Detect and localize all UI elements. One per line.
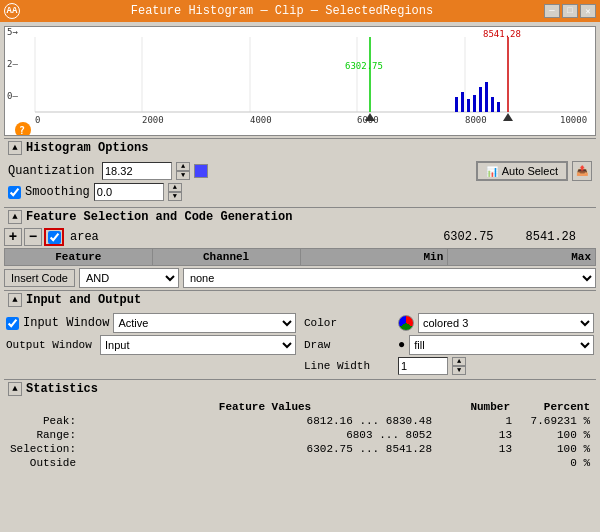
feature-selection-title: Feature Selection and Code Generation [26,210,292,224]
color-circle-icon [398,315,414,331]
color-label: Color [304,317,394,329]
auto-select-icon: 📊 [486,166,498,177]
output-window-select[interactable]: Input Output [100,335,296,355]
smoothing-label: Smoothing [25,185,90,199]
histogram-options-header: ▲ Histogram Options [4,138,596,157]
svg-text:6302.75: 6302.75 [345,61,383,71]
code-target-select[interactable]: none [183,268,596,288]
svg-rect-28 [497,102,500,112]
histogram-options-title: Histogram Options [26,141,148,155]
input-window-label: Input Window [23,316,109,330]
stats-row-range: Range: 6803 ... 8052 13 100 % [6,428,594,442]
statistics-toggle[interactable]: ▲ [8,382,22,396]
statistics-header: ▲ Statistics [4,379,596,398]
window-title: Feature Histogram — Clip — SelectedRegio… [20,4,544,18]
feature-row-checkbox[interactable] [48,231,61,244]
smoothing-checkbox-label[interactable]: Smoothing [8,185,90,199]
export-icon[interactable]: 📤 [572,161,592,181]
line-width-down[interactable]: ▼ [452,366,466,375]
line-width-up[interactable]: ▲ [452,357,466,366]
quantization-input[interactable] [102,162,172,180]
title-bar: AA Feature Histogram — Clip — SelectedRe… [0,0,600,22]
svg-rect-21 [455,97,458,112]
svg-text:0—: 0— [7,91,18,101]
insert-code-button[interactable]: Insert Code [4,269,75,287]
input-output-toggle[interactable]: ▲ [8,293,22,307]
svg-text:2000: 2000 [142,115,164,125]
statistics-title: Statistics [26,382,98,396]
quantization-label: Quantization [8,164,98,178]
input-window-checkbox-label[interactable]: Input Window [6,316,109,330]
line-width-label: Line Width [304,360,394,372]
input-window-checkbox[interactable] [6,317,19,330]
output-window-label: Output Window [6,339,96,351]
svg-marker-20 [503,113,513,121]
feature-min-cell: 6302.75 [443,230,493,244]
svg-text:0: 0 [35,115,40,125]
quantization-up[interactable]: ▲ [176,162,190,171]
svg-text:4000: 4000 [250,115,272,125]
smoothing-down[interactable]: ▼ [168,192,182,201]
svg-text:?: ? [19,125,25,135]
svg-rect-25 [479,87,482,112]
line-width-input[interactable] [398,357,448,375]
quantization-down[interactable]: ▼ [176,171,190,180]
svg-rect-26 [485,82,488,112]
stats-row-peak: Peak: 6812.16 ... 6830.48 1 7.69231 % [6,414,594,428]
quantization-color [194,164,208,178]
fill-icon: ● [398,338,405,352]
smoothing-input[interactable] [94,183,164,201]
svg-rect-23 [467,99,470,112]
feature-selection-header: ▲ Feature Selection and Code Generation [4,207,596,226]
svg-text:8541.28: 8541.28 [483,29,521,39]
app-logo: AA [4,3,20,19]
svg-text:10000: 10000 [560,115,587,125]
close-button[interactable]: ✕ [580,4,596,18]
maximize-button[interactable]: □ [562,4,578,18]
auto-select-button[interactable]: 📊 Auto Select [476,161,568,181]
color-select[interactable]: colored 3 colored 1 colored 2 [418,313,594,333]
minimize-button[interactable]: — [544,4,560,18]
feature-selection-toggle[interactable]: ▲ [8,210,22,224]
draw-select[interactable]: fill outline [409,335,594,355]
input-output-header: ▲ Input and Output [4,290,596,309]
input-window-select[interactable]: Active Input [113,313,296,333]
remove-feature-button[interactable]: − [24,228,42,246]
svg-rect-27 [491,97,494,112]
stats-row-selection: Selection: 6302.75 ... 8541.28 13 100 % [6,442,594,456]
draw-label: Draw [304,339,394,351]
feature-max-cell: 8541.28 [526,230,576,244]
feature-name-cell: area [70,230,99,244]
code-operator-select[interactable]: AND OR NOT [79,268,179,288]
svg-text:5→: 5→ [7,27,18,37]
svg-rect-22 [461,92,464,112]
svg-text:8000: 8000 [465,115,487,125]
row-indicator-icon [44,228,64,246]
smoothing-up[interactable]: ▲ [168,183,182,192]
add-feature-button[interactable]: + [4,228,22,246]
input-output-title: Input and Output [26,293,141,307]
stats-row-outside: Outside 0 % [6,456,594,470]
chart-container: 5→ 2— 0— 0 2000 4000 6000 8000 10000 630… [4,26,596,136]
histogram-options-toggle[interactable]: ▲ [8,141,22,155]
svg-text:2—: 2— [7,59,18,69]
smoothing-checkbox[interactable] [8,186,21,199]
svg-rect-24 [473,95,476,112]
